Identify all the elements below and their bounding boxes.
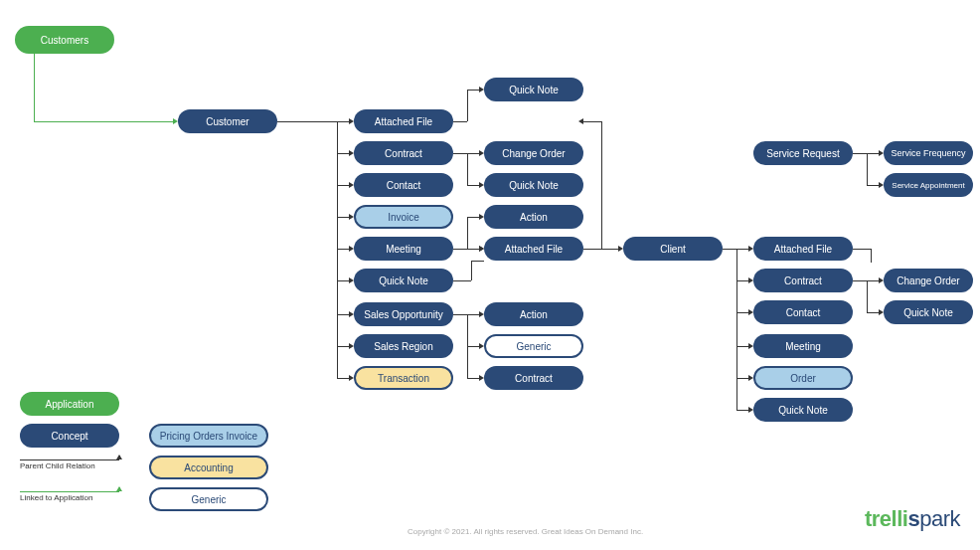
legend-generic: Generic [149, 487, 268, 511]
label: Contract [515, 373, 553, 384]
connector [467, 346, 479, 347]
connector [337, 185, 349, 186]
trellispark-logo: trellispark [865, 506, 960, 532]
connector [867, 153, 868, 185]
node-attached-file: Attached File [354, 109, 453, 133]
connector [467, 153, 479, 154]
label: Generic [191, 494, 226, 505]
node-sales-opportunity: Sales Opportunity [354, 302, 453, 326]
connector [853, 249, 871, 250]
node-client-quick-note: Quick Note [753, 398, 853, 422]
node-transaction: Transaction [354, 366, 453, 390]
label: Contract [385, 148, 422, 159]
label: Quick Note [509, 85, 558, 95]
connector [119, 487, 120, 491]
footer-copyright: Copyright © 2021. All rights reserved. G… [408, 527, 643, 536]
connector [601, 121, 602, 249]
node-action-2: Action [484, 302, 583, 326]
logo-p3: park [919, 506, 960, 531]
label: Meeting [386, 244, 421, 255]
legend-application: Application [20, 392, 119, 416]
label: Quick Note [509, 180, 558, 191]
connector [583, 249, 618, 250]
connector [471, 261, 472, 280]
connector [736, 378, 748, 379]
connector [736, 312, 748, 313]
legend-pricing: Pricing Orders Invoice [149, 424, 268, 448]
connector [337, 314, 349, 315]
label: Sales Opportunity [364, 309, 443, 320]
connector [867, 312, 879, 313]
connector [471, 261, 484, 262]
connector [337, 153, 349, 154]
connector [583, 121, 601, 122]
label: Sales Region [374, 341, 432, 352]
connector [871, 249, 872, 263]
label: Customers [41, 35, 88, 46]
logo-p2: s [907, 506, 919, 531]
connector [723, 249, 736, 250]
node-client-contract: Contract [753, 269, 853, 292]
connector [853, 153, 867, 154]
node-customers-root: Customers [15, 26, 114, 54]
node-quick-note-3: Quick Note [484, 173, 583, 197]
node-invoice: Invoice [354, 205, 453, 229]
connector [337, 346, 349, 347]
legend-accounting: Accounting [149, 456, 268, 479]
legend-concept: Concept [20, 424, 119, 448]
label: Meeting [785, 341, 821, 352]
connector [277, 121, 337, 122]
connector [467, 90, 468, 121]
connector [736, 249, 737, 410]
connector [467, 153, 468, 185]
node-client-attached-file: Attached File [753, 237, 853, 261]
connector [867, 280, 868, 312]
node-contract-2: Contract [484, 366, 583, 390]
node-client-order: Order [753, 366, 853, 390]
label: Service Frequency [891, 148, 965, 158]
connector [337, 378, 349, 379]
label: Quick Note [903, 307, 952, 318]
node-customer: Customer [178, 109, 277, 133]
label: Contact [786, 307, 820, 318]
node-contact: Contact [354, 173, 453, 197]
connector [467, 185, 479, 186]
node-service-appointment: Service Appointment [884, 173, 973, 197]
connector [453, 280, 471, 281]
label: Pricing Orders Invoice [160, 431, 257, 442]
connector [467, 90, 479, 91]
label: Contact [387, 180, 420, 191]
connector [453, 121, 467, 122]
node-client: Client [623, 237, 723, 261]
label: Attached File [774, 244, 832, 255]
connector [867, 153, 879, 154]
node-action-1: Action [484, 205, 583, 229]
legend-line-green [20, 491, 119, 492]
label: Accounting [184, 462, 233, 473]
connector [453, 153, 467, 154]
label: Change Order [897, 275, 959, 286]
node-attached-file-2: Attached File [484, 237, 583, 261]
label: Change Order [502, 148, 565, 159]
label: Transaction [378, 373, 429, 384]
node-service-frequency: Service Frequency [884, 141, 973, 165]
label: Service Appointment [892, 181, 964, 190]
label: Client [660, 244, 686, 255]
legend-label-linked: Linked to Application [20, 493, 92, 502]
node-change-order: Change Order [484, 141, 583, 165]
node-quick-note: Quick Note [354, 269, 453, 292]
node-generic: Generic [484, 334, 583, 358]
label: Quick Note [778, 405, 827, 416]
connector [453, 314, 467, 315]
arrow [479, 246, 484, 252]
label: Order [790, 373, 816, 384]
connector [337, 249, 349, 250]
connector [736, 249, 748, 250]
connector [867, 185, 879, 186]
connector [467, 314, 479, 315]
connector [467, 249, 479, 250]
connector [867, 280, 879, 281]
legend-label-parent-child: Parent Child Relation [20, 461, 95, 470]
connector [467, 378, 479, 379]
connector [453, 249, 467, 250]
